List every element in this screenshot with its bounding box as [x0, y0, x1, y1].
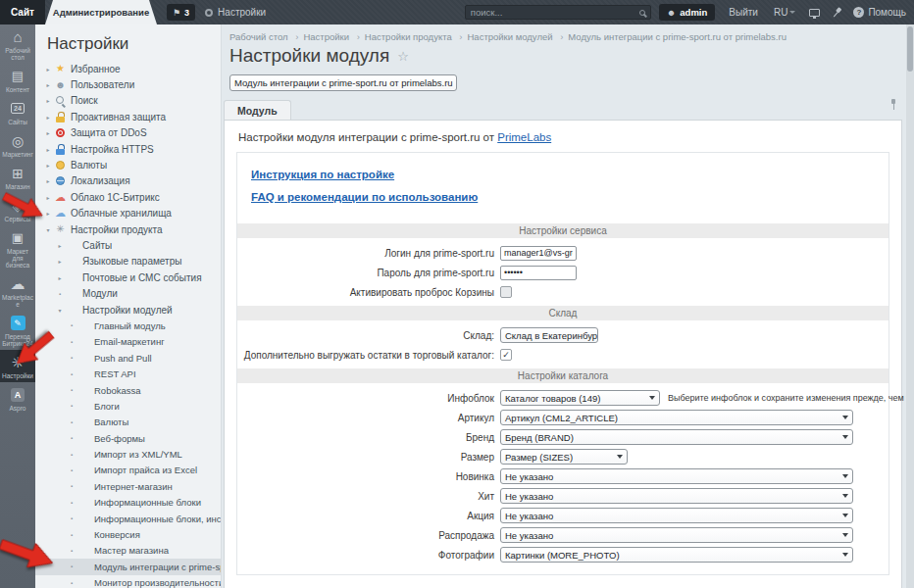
breadcrumb-item[interactable]: Настройки продукта	[365, 31, 452, 42]
scrollbar-thumb[interactable]	[907, 26, 913, 72]
menu-item[interactable]: ▸ Защита от DDoS	[35, 125, 221, 141]
menu-item[interactable]: ▪ Информационные блоки	[35, 495, 221, 511]
menu-item[interactable]: ▪ Валюты	[35, 415, 221, 430]
form-row: Бренд Бренд (BRAND)	[237, 429, 889, 445]
select-input[interactable]: Каталог товаров (149)	[500, 390, 660, 406]
menu-item[interactable]: ▪ Информационные блоки, инструменты	[35, 511, 221, 526]
notifications-badge[interactable]: ⚑ 3	[167, 4, 195, 21]
text-input[interactable]	[500, 246, 577, 261]
rail-item[interactable]: Маркет для бизнеса	[0, 225, 35, 271]
menu-item[interactable]: ▪ Модули	[35, 285, 221, 301]
rail-item[interactable]: Переход Битрикс24	[0, 311, 35, 350]
menu-item[interactable]: ▪ Мастер магазина	[35, 543, 221, 559]
tree-marker-icon: ▪	[69, 339, 75, 345]
select-input[interactable]: Не указано	[500, 468, 853, 484]
menu-item[interactable]: ▪ Монитор производительности	[35, 575, 221, 588]
menu-item[interactable]: ▸ Поиск	[35, 93, 221, 109]
rail-item[interactable]: Маркетинг	[0, 128, 35, 161]
language-selector[interactable]: RU	[774, 7, 795, 18]
menu-item[interactable]: ▸ Почтовые и СМС события	[35, 270, 221, 285]
rail-item[interactable]: Marketplace	[0, 271, 35, 311]
marketing-icon	[1, 132, 34, 149]
menu-item[interactable]: ▸ Пользователи	[35, 76, 221, 92]
select-input[interactable]: Склад в Екатеринбурге (1)	[500, 327, 598, 343]
doc-link[interactable]: Инструкция по настройке	[251, 169, 875, 180]
menu-item-label: Email-маркетинг	[94, 336, 165, 347]
menu-item[interactable]: ▸ Сайты	[35, 237, 221, 253]
menu-item[interactable]: ▾ Настройки продукта	[35, 221, 221, 237]
doc-link[interactable]: FAQ и рекомендации по использованию	[251, 191, 875, 203]
scrollbar-track[interactable]	[906, 24, 914, 588]
menu-item[interactable]: ▸ Валюты	[35, 157, 221, 172]
language-label: RU	[774, 7, 787, 18]
menu-item[interactable]: ▸ Избранное	[35, 61, 221, 76]
menu-item[interactable]: ▪ Блоги	[35, 398, 221, 414]
user-menu-button[interactable]: ☻ admin	[659, 4, 715, 21]
form-row: Инфоблок Каталог товаров (149) Выберите …	[237, 390, 889, 406]
select-input[interactable]: Бренд (BRAND)	[500, 429, 853, 445]
tab-site[interactable]: Сайт	[0, 0, 45, 24]
menu-item[interactable]: ▪ Email-маркетинг	[35, 334, 221, 350]
breadcrumb-item[interactable]: Настройки	[303, 31, 349, 42]
rail-item[interactable]: Рабочий стол	[0, 24, 35, 64]
help-button[interactable]: ? Помощь	[853, 7, 906, 18]
home-icon	[1, 28, 34, 45]
select-input[interactable]: Картинки (MORE_PHOTO)	[500, 547, 853, 563]
search-input[interactable]: поиск...	[465, 5, 651, 20]
tree-marker-icon: ▪	[57, 291, 63, 297]
rail-item-label: Маркет для бизнеса	[1, 248, 34, 269]
menu-item[interactable]: ▪ Веб-формы	[35, 430, 221, 446]
rail-item[interactable]: Сервисы	[0, 193, 35, 225]
breadcrumb-item[interactable]: Рабочий стол	[229, 31, 288, 42]
select-input[interactable]: Артикул (CML2_ARTICLE)	[500, 410, 853, 425]
logout-button[interactable]: Выйти	[729, 7, 758, 18]
rail-item[interactable]: Aspro	[0, 382, 35, 415]
menu-item[interactable]: ▪ Модуль интеграции с prime-sport.ru от …	[35, 559, 221, 574]
menu-item[interactable]: ▸ Облако 1С-Битрикс	[35, 189, 221, 205]
menu-item[interactable]: ▪ Конверсия	[35, 526, 221, 542]
menu-item[interactable]: ▪ REST API	[35, 366, 221, 381]
rail-item[interactable]: Контент	[0, 64, 35, 96]
tab-module[interactable]: Модуль	[224, 100, 291, 121]
module-selector[interactable]: Модуль интеграции с prime-sport.ru от pr…	[229, 74, 457, 91]
menu-item[interactable]: ▪ Импорт из XML/YML	[35, 446, 221, 462]
menu-item[interactable]: ▾ Настройки модулей	[35, 302, 221, 318]
primelabs-link[interactable]: PrimeLabs	[497, 131, 551, 143]
rail-item[interactable]: Магазин	[0, 161, 35, 193]
menu-item[interactable]: ▸ Облачные хранилища	[35, 206, 221, 221]
menu-item[interactable]: ▪ Robokassa	[35, 382, 221, 398]
breadcrumb-item[interactable]: Настройки модулей	[467, 31, 552, 42]
checkbox[interactable]	[500, 349, 512, 361]
topbar-settings-button[interactable]: Настройки	[205, 7, 266, 18]
rail-item-label: Магазин	[1, 183, 34, 190]
menu-item[interactable]: ▸ Языковые параметры	[35, 254, 221, 270]
tree-marker-icon: ▸	[45, 129, 51, 136]
form-row: Фотографии Картинки (MORE_PHOTO)	[237, 547, 889, 563]
rail-item[interactable]: Сайты	[0, 96, 35, 128]
menu-item[interactable]: ▸ Настройка HTTPS	[35, 141, 221, 157]
menu-item-label: Robokassa	[94, 385, 141, 396]
breadcrumb-item[interactable]: Модуль интеграции с prime-sport.ru от pr…	[568, 31, 787, 42]
tree-marker-icon: ▪	[69, 435, 75, 441]
desktop-view-icon[interactable]	[809, 9, 820, 17]
menu-item-label: Избранное	[71, 64, 121, 74]
pin-settings-icon[interactable]	[889, 97, 898, 115]
checkbox[interactable]	[500, 286, 512, 298]
menu-item[interactable]: ▸ Локализация	[35, 173, 221, 189]
select-input[interactable]: Не указано	[500, 508, 853, 523]
tab-administration[interactable]: Администрирование	[45, 0, 157, 24]
select-input[interactable]: Размер (SIZES)	[500, 449, 628, 465]
menu-item[interactable]: ▪ Главный модуль	[35, 318, 221, 333]
rail-item[interactable]: Настройки	[0, 350, 35, 382]
favorite-star-icon[interactable]: ☆	[397, 49, 409, 64]
select-input[interactable]: Не указано	[500, 527, 853, 543]
tree-marker-icon: ▪	[69, 515, 75, 521]
section-rows: Логин для prime-sport.ru Пароль дл	[237, 245, 889, 300]
menu-item[interactable]: ▪ Push and Pull	[35, 350, 221, 366]
menu-item[interactable]: ▪ Интернет-магазин	[35, 478, 221, 494]
password-input[interactable]	[500, 266, 577, 280]
select-input[interactable]: Не указано	[500, 488, 853, 504]
menu-item[interactable]: ▸ Проактивная защита	[35, 109, 221, 124]
menu-item[interactable]: ▪ Импорт прайса из Excel	[35, 463, 221, 478]
pin-icon[interactable]	[830, 5, 844, 21]
